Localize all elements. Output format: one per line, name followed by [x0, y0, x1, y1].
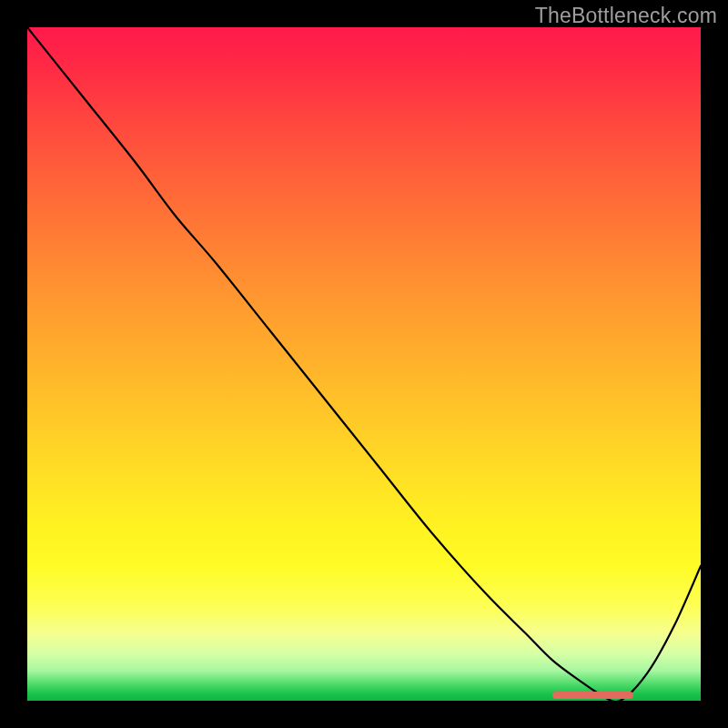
optimal-range-marker [552, 692, 633, 699]
attribution-text: TheBottleneck.com [535, 4, 717, 28]
chart-container: TheBottleneck.com [0, 0, 728, 728]
plot-area [27, 27, 701, 701]
bottleneck-curve [27, 27, 701, 701]
